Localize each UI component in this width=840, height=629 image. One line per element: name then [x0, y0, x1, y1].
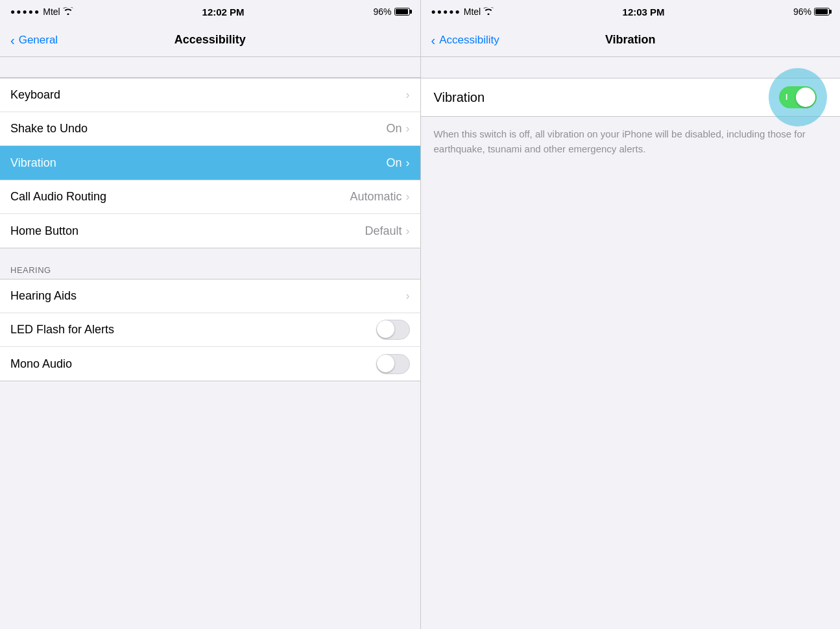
row-label-hearing-aids: Hearing Aids: [10, 289, 77, 303]
row-label-mono-audio: Mono Audio: [10, 357, 72, 371]
row-right-shake: On ›: [386, 122, 409, 136]
left-panel: ●●●●● Mtel 12:02 PM 96% ‹ General Access…: [0, 0, 420, 629]
settings-group-hearing: Hearing Aids › LED Flash for Alerts Mono…: [0, 279, 420, 381]
status-left: ●●●●● Mtel: [10, 6, 73, 17]
chevron-right-icon-home-button: ›: [406, 224, 410, 238]
row-label-vibration: Vibration: [10, 156, 56, 170]
wifi-icon-right: [483, 6, 494, 17]
page-title-right: Vibration: [605, 33, 656, 47]
vibration-big-toggle[interactable]: [779, 86, 817, 108]
chevron-right-icon-shake: ›: [406, 122, 410, 136]
row-right-call-audio: Automatic ›: [350, 190, 409, 204]
row-value-call-audio: Automatic: [350, 190, 402, 204]
status-right-right: 96%: [793, 6, 830, 17]
row-right-mono-audio: [376, 354, 410, 374]
status-left-right: ●●●●● Mtel: [431, 6, 494, 17]
row-right-home-button: Default ›: [365, 224, 409, 238]
battery-icon-left: [394, 8, 410, 16]
status-right-left: 96%: [373, 6, 409, 17]
row-home-button[interactable]: Home Button Default ›: [0, 214, 420, 248]
row-vibration[interactable]: Vibration On ›: [0, 146, 420, 180]
back-button-left[interactable]: ‹ General: [10, 34, 58, 47]
chevron-left-icon-right: ‹: [431, 34, 436, 47]
mono-audio-toggle-knob: [377, 355, 394, 372]
carrier-name-right: Mtel: [464, 6, 481, 17]
mono-audio-toggle[interactable]: [376, 354, 410, 374]
back-button-right[interactable]: ‹ Accessibility: [431, 34, 499, 47]
row-label-home-button: Home Button: [10, 224, 78, 238]
row-value-vibration: On: [386, 156, 402, 170]
status-time-right: 12:03 PM: [623, 6, 665, 18]
row-label-keyboard: Keyboard: [10, 88, 60, 102]
signal-dots-right: ●●●●●: [431, 7, 461, 16]
battery-percent-right: 96%: [793, 6, 811, 17]
status-time-left: 12:02 PM: [202, 6, 245, 18]
chevron-right-icon-vibration: ›: [406, 156, 410, 170]
row-keyboard[interactable]: Keyboard ›: [0, 78, 420, 112]
wifi-icon: [63, 6, 73, 17]
back-label-right: Accessibility: [439, 34, 499, 47]
vibration-detail-row: Vibration: [421, 78, 841, 117]
hearing-section-header: HEARING: [0, 259, 420, 279]
signal-dots: ●●●●●: [10, 7, 40, 16]
row-call-audio[interactable]: Call Audio Routing Automatic ›: [0, 180, 420, 214]
settings-group-1: Keyboard › Shake to Undo On › Vibration …: [0, 78, 420, 180]
row-hearing-aids[interactable]: Hearing Aids ›: [0, 279, 420, 313]
carrier-name: Mtel: [43, 6, 60, 17]
row-value-home-button: Default: [365, 224, 402, 238]
row-right-led-flash: [376, 320, 410, 340]
settings-group-2: Call Audio Routing Automatic › Home Butt…: [0, 180, 420, 248]
status-bar-right: ●●●●● Mtel 12:03 PM 96%: [421, 0, 841, 23]
row-label-call-audio: Call Audio Routing: [10, 190, 106, 204]
status-bar-left: ●●●●● Mtel 12:02 PM 96%: [0, 0, 420, 23]
row-led-flash[interactable]: LED Flash for Alerts: [0, 313, 420, 347]
right-panel: ●●●●● Mtel 12:03 PM 96% ‹ Accessibility …: [420, 0, 841, 629]
row-label-shake: Shake to Undo: [10, 122, 88, 136]
battery-percent-left: 96%: [373, 6, 391, 17]
led-flash-toggle[interactable]: [376, 320, 410, 340]
row-label-led-flash: LED Flash for Alerts: [10, 323, 114, 337]
vibration-detail-label: Vibration: [434, 90, 485, 105]
row-right-hearing-aids: ›: [406, 289, 410, 303]
page-title-left: Accessibility: [174, 33, 246, 47]
back-label-left: General: [19, 34, 58, 47]
chevron-right-icon-hearing-aids: ›: [406, 289, 410, 303]
row-right-keyboard: ›: [406, 88, 410, 102]
battery-icon-right: [814, 8, 830, 16]
nav-bar-left: ‹ General Accessibility: [0, 23, 420, 57]
row-value-shake: On: [386, 122, 402, 136]
chevron-left-icon: ‹: [10, 34, 15, 47]
vibration-toggle-wrapper[interactable]: [769, 68, 827, 126]
vibration-toggle-knob: [796, 88, 815, 107]
row-mono-audio[interactable]: Mono Audio: [0, 347, 420, 381]
chevron-right-icon-keyboard: ›: [406, 88, 410, 102]
section-gap-top: [0, 57, 420, 78]
led-flash-toggle-knob: [377, 320, 394, 338]
row-right-vibration: On ›: [386, 156, 409, 170]
nav-bar-right: ‹ Accessibility Vibration: [421, 23, 841, 57]
chevron-right-icon-call-audio: ›: [406, 190, 410, 204]
row-shake-to-undo[interactable]: Shake to Undo On ›: [0, 112, 420, 146]
